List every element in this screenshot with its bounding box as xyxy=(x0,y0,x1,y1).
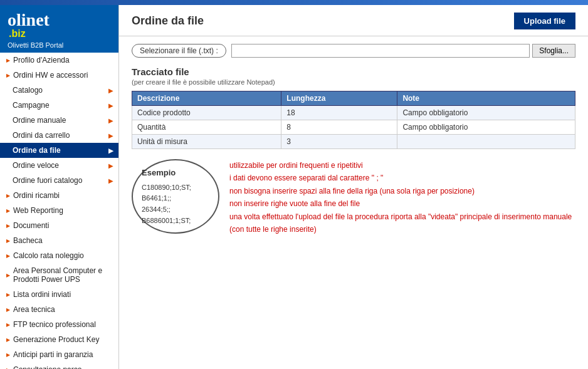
table-row: Codice prodotto18Campo obbligatorio xyxy=(132,106,575,120)
table-cell-note: Campo obbligatorio xyxy=(397,106,575,120)
arrow-icon: ▶ xyxy=(108,132,113,139)
sidebar-item-ordine-file[interactable]: Ordine da file▶ xyxy=(0,143,118,158)
sidebar-item-generazione-key[interactable]: Generazione Product Key xyxy=(0,332,118,347)
sidebar-label-ordine-manuale: Ordine manuale xyxy=(6,116,106,125)
sidebar-item-campagne[interactable]: Campagne▶ xyxy=(0,98,118,113)
browse-button[interactable]: Sfoglia... xyxy=(532,44,575,58)
main-content: Ordine da file Upload file Selezionare i… xyxy=(119,5,588,369)
table-cell-lunghezza: 18 xyxy=(281,106,397,120)
logo-subtitle: Olivetti B2B Portal xyxy=(8,41,63,49)
sidebar-item-lista-ordini[interactable]: Lista ordini inviati xyxy=(0,287,118,302)
sidebar-item-web-reporting[interactable]: Web Reporting xyxy=(0,203,118,218)
logo-biz: .biz xyxy=(9,29,26,39)
sidebar-item-anticipi-parti[interactable]: Anticipi parti in garanzia xyxy=(0,347,118,362)
sidebar-label-ordini-ricambi: Ordini ricambi xyxy=(13,191,113,200)
table-cell-note xyxy=(397,135,575,149)
table-row: Unità di misura3 xyxy=(132,135,575,149)
table-cell-descrizione: Codice prodotto xyxy=(132,106,281,120)
sidebar-nav: Profilo d'AziendaOrdini HW e accessoriCa… xyxy=(0,53,118,369)
note-item: una volta effettuato l'upload del file l… xyxy=(229,210,575,236)
example-line: B6461;1;; xyxy=(142,193,209,204)
table-cell-descrizione: Unità di misura xyxy=(132,135,281,149)
sidebar-item-ordini-carrello[interactable]: Ordini da carrello▶ xyxy=(0,128,118,143)
sidebar-item-documenti[interactable]: Documenti xyxy=(0,218,118,233)
sidebar-item-ordini-ricambi[interactable]: Ordini ricambi xyxy=(0,188,118,203)
sidebar-label-ftp-tecnico: FTP tecnico professional xyxy=(13,320,113,329)
page-title: Ordine da file xyxy=(132,14,204,28)
example-line: B6886001;1;ST; xyxy=(142,216,209,227)
sidebar-label-documenti: Documenti xyxy=(13,221,113,230)
sidebar-label-consultazione-parco: Consultazione parco xyxy=(13,365,113,369)
sidebar-item-consultazione-parco[interactable]: Consultazione parco xyxy=(0,362,118,369)
sidebar-item-ordini-hw[interactable]: Ordini HW e accessori xyxy=(0,68,118,83)
sidebar-item-calcolo-rata[interactable]: Calcolo rata noleggio xyxy=(0,248,118,263)
sidebar-label-catalogo: Catalogo xyxy=(6,86,106,95)
main-header: Ordine da file Upload file xyxy=(119,5,588,36)
sidebar-label-ordini-hw: Ordini HW e accessori xyxy=(13,71,113,80)
note-item: non inserire righe vuote alla fine del f… xyxy=(229,197,575,210)
arrow-icon: ▶ xyxy=(108,117,113,124)
example-title: Esempio xyxy=(142,167,209,180)
sidebar-item-profilo[interactable]: Profilo d'Azienda xyxy=(0,53,118,68)
table-cell-lunghezza: 3 xyxy=(281,135,397,149)
main-body: Selezionare il file (.txt) : Sfoglia... … xyxy=(119,36,588,243)
sidebar-label-ordine-fuori-catalogo: Ordine fuori catalogo xyxy=(6,176,106,185)
sidebar-item-ordine-manuale[interactable]: Ordine manuale▶ xyxy=(0,113,118,128)
sidebar-item-catalogo[interactable]: Catalogo▶ xyxy=(0,83,118,98)
table-header: Lunghezza xyxy=(281,91,397,106)
example-line: C180890;10;ST; xyxy=(142,182,209,194)
table-header: Descrizione xyxy=(132,91,281,106)
table-header: Note xyxy=(397,91,575,106)
sidebar-item-area-tecnica[interactable]: Area tecnica xyxy=(0,302,118,317)
sidebar-label-campagne: Campagne xyxy=(6,101,106,110)
table-cell-note: Campo obbligatorio xyxy=(397,120,575,135)
file-selector-label: Selezionare il file (.txt) : xyxy=(132,44,226,58)
example-notes-row: Esempio C180890;10;ST;B6461;1;;26344;5;;… xyxy=(132,159,575,236)
example-box: Esempio C180890;10;ST;B6461;1;;26344;5;;… xyxy=(132,159,219,234)
file-input[interactable] xyxy=(231,44,530,58)
tracciato-title: Tracciato file xyxy=(132,66,575,77)
tracciato-table: DescrizioneLunghezzaNote Codice prodotto… xyxy=(132,91,575,149)
sidebar-label-profilo: Profilo d'Azienda xyxy=(13,56,113,65)
logo: olinet .biz Olivetti B2B Portal xyxy=(0,5,118,53)
example-line: 26344;5;; xyxy=(142,204,209,216)
arrow-icon: ▶ xyxy=(108,87,113,94)
logo-text: olinet xyxy=(8,11,50,29)
sidebar-item-ordine-veloce[interactable]: Ordine veloce▶ xyxy=(0,158,118,173)
sidebar-item-area-personal[interactable]: Area Personal Computer e Prodotti Power … xyxy=(0,263,118,287)
sidebar-item-ordine-fuori-catalogo[interactable]: Ordine fuori catalogo▶ xyxy=(0,173,118,188)
sidebar-label-anticipi-parti: Anticipi parti in garanzia xyxy=(13,350,113,359)
sidebar-label-web-reporting: Web Reporting xyxy=(13,206,113,215)
sidebar-label-lista-ordini: Lista ordini inviati xyxy=(13,290,113,299)
sidebar: olinet .biz Olivetti B2B Portal Profilo … xyxy=(0,5,119,369)
upload-button[interactable]: Upload file xyxy=(514,13,575,29)
sidebar-label-ordine-veloce: Ordine veloce xyxy=(6,161,106,170)
arrow-icon: ▶ xyxy=(108,147,113,154)
arrow-icon: ▶ xyxy=(108,177,113,184)
note-item: i dati devono essere separati dal caratt… xyxy=(229,172,575,184)
table-cell-descrizione: Quantità xyxy=(132,120,281,135)
sidebar-label-ordini-carrello: Ordini da carrello xyxy=(6,131,106,140)
sidebar-label-area-personal: Area Personal Computer e Prodotti Power … xyxy=(13,266,113,284)
file-selector-row: Selezionare il file (.txt) : Sfoglia... xyxy=(132,44,575,58)
sidebar-label-generazione-key: Generazione Product Key xyxy=(13,335,113,344)
table-row: Quantità8Campo obbligatorio xyxy=(132,120,575,135)
top-bar xyxy=(0,0,588,5)
arrow-icon: ▶ xyxy=(108,162,113,169)
notes-text: utilizzabile per ordini frequenti e ripe… xyxy=(229,159,575,236)
tracciato-subtitle: (per creare il file è possibile utilizza… xyxy=(132,78,575,86)
table-cell-lunghezza: 8 xyxy=(281,120,397,135)
note-item: non bisogna inserire spazi alla fine del… xyxy=(229,185,575,197)
sidebar-item-bacheca[interactable]: Bacheca xyxy=(0,233,118,248)
sidebar-label-bacheca: Bacheca xyxy=(13,236,113,245)
arrow-icon: ▶ xyxy=(108,102,113,109)
sidebar-label-ordine-file: Ordine da file xyxy=(6,146,106,155)
sidebar-label-area-tecnica: Area tecnica xyxy=(13,305,113,314)
example-lines: C180890;10;ST;B6461;1;;26344;5;;B6886001… xyxy=(142,182,209,226)
note-item: utilizzabile per ordini frequenti e ripe… xyxy=(229,159,575,172)
sidebar-item-ftp-tecnico[interactable]: FTP tecnico professional xyxy=(0,317,118,332)
sidebar-label-calcolo-rata: Calcolo rata noleggio xyxy=(13,251,113,260)
